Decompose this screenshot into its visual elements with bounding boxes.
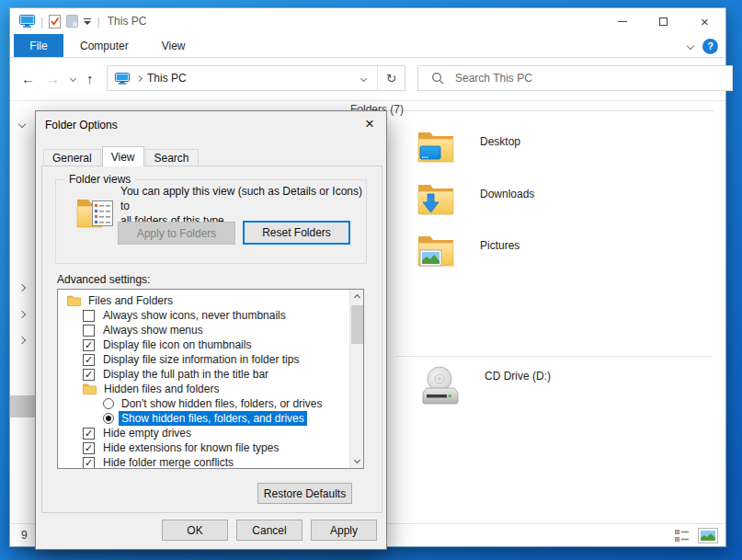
checkbox[interactable]: ✓	[83, 428, 95, 440]
tab-file[interactable]: File	[14, 34, 63, 57]
checkbox[interactable]	[83, 310, 95, 322]
advanced-setting-row[interactable]: Don't show hidden files, folders, or dri…	[58, 396, 349, 411]
address-dropdown-icon[interactable]	[351, 66, 375, 90]
checkbox[interactable]: ✓	[83, 339, 95, 351]
dialog-close-button[interactable]: ×	[357, 113, 382, 135]
tile-downloads[interactable]: Downloads	[417, 181, 647, 222]
tree-row-highlight	[10, 395, 36, 417]
tile-pictures[interactable]: Pictures	[417, 233, 647, 273]
address-bar[interactable]: This PC ↻	[107, 65, 405, 91]
close-button[interactable]: ×	[684, 8, 725, 34]
checkbox[interactable]	[83, 325, 95, 337]
advanced-setting-label[interactable]: Hide empty drives	[100, 426, 194, 440]
desktop-background: | | This PC × File	[0, 0, 742, 560]
checkbox[interactable]: ✓	[83, 354, 95, 366]
scroll-down-icon[interactable]	[350, 454, 364, 468]
separator: |	[97, 15, 99, 29]
view-tab-page: Folder views	[41, 166, 382, 513]
minimize-button[interactable]	[601, 8, 643, 34]
advanced-setting-label[interactable]: Display the full path in the title bar	[100, 367, 271, 382]
back-button[interactable]: ←	[21, 71, 35, 86]
advanced-setting-row[interactable]: ✓Display file size information in folder…	[58, 352, 349, 367]
search-placeholder: Search This PC	[455, 72, 532, 85]
tree-collapse-icon[interactable]	[18, 311, 26, 318]
close-icon: ×	[365, 115, 374, 133]
forward-button[interactable]: →	[46, 71, 60, 86]
checkbox[interactable]: ✓	[83, 442, 95, 454]
folder-views-icon	[76, 195, 115, 230]
customize-qat-arrow-icon[interactable]	[84, 18, 91, 25]
pictures-folder-icon	[417, 233, 647, 268]
this-pc-icon	[19, 15, 35, 28]
advanced-setting-row[interactable]: ✓Hide extensions for known file types	[58, 440, 349, 455]
tab-general[interactable]: General	[43, 149, 101, 166]
refresh-icon[interactable]: ↻	[377, 66, 405, 90]
tile-label: Pictures	[480, 239, 519, 252]
folder-icon	[83, 383, 97, 394]
this-pc-icon	[115, 73, 130, 85]
breadcrumb-separator-icon	[136, 74, 143, 81]
dialog-tab-strip: General View Search	[43, 146, 200, 166]
recent-locations-icon[interactable]	[70, 74, 76, 81]
thumbnail-view-button[interactable]	[698, 528, 718, 543]
tab-view[interactable]: View	[145, 34, 202, 57]
maximize-button[interactable]	[643, 8, 684, 34]
minimize-ribbon-icon[interactable]	[687, 42, 694, 50]
advanced-setting-row[interactable]: ✓Display file icon on thumbnails	[58, 337, 349, 352]
advanced-setting-row[interactable]: Hidden files and folders	[58, 382, 349, 396]
breadcrumb-location[interactable]: This PC	[147, 72, 187, 85]
apply-button[interactable]: Apply	[311, 520, 377, 541]
ok-button[interactable]: OK	[162, 520, 228, 541]
advanced-setting-row[interactable]: Always show icons, never thumbnails	[58, 308, 349, 323]
separator: |	[40, 15, 43, 29]
restore-defaults-button[interactable]: Restore Defaults	[257, 483, 352, 504]
properties-icon[interactable]	[49, 15, 61, 29]
tab-search[interactable]: Search	[145, 149, 199, 166]
advanced-setting-label[interactable]: Always show menus	[100, 323, 206, 337]
advanced-setting-label[interactable]: Files and Folders	[86, 293, 176, 308]
cancel-button[interactable]: Cancel	[236, 520, 303, 541]
advanced-settings-listbox[interactable]: Files and FoldersAlways show icons, neve…	[57, 289, 364, 469]
apply-to-folders-button[interactable]: Apply to Folders	[118, 222, 235, 245]
advanced-setting-row[interactable]: Files and Folders	[58, 293, 349, 308]
title-bar: | | This PC ×	[10, 8, 725, 34]
tab-view[interactable]: View	[102, 146, 144, 166]
tab-computer[interactable]: Computer	[63, 34, 145, 57]
advanced-setting-row[interactable]: ✓Hide empty drives	[58, 426, 349, 440]
new-folder-icon[interactable]	[66, 15, 78, 28]
checkbox[interactable]: ✓	[83, 369, 95, 381]
folder-icon	[67, 295, 81, 306]
advanced-setting-row[interactable]: Always show menus	[58, 323, 349, 337]
reset-folders-button[interactable]: Reset Folders	[243, 221, 350, 245]
radio-button[interactable]	[103, 413, 114, 424]
advanced-setting-label[interactable]: Display file icon on thumbnails	[100, 337, 254, 352]
maximize-icon	[659, 17, 668, 26]
advanced-setting-label[interactable]: Always show icons, never thumbnails	[100, 308, 289, 323]
advanced-setting-label[interactable]: Don't show hidden files, folders, or dri…	[119, 396, 325, 411]
advanced-setting-row[interactable]: ✓Hide folder merge conflicts	[58, 455, 349, 469]
tree-collapse-icon[interactable]	[18, 337, 26, 344]
up-button[interactable]: ↑	[86, 71, 94, 86]
help-icon[interactable]: ?	[702, 39, 718, 54]
tree-expanded-icon[interactable]	[18, 120, 26, 128]
advanced-setting-label[interactable]: Hide extensions for known file types	[100, 440, 281, 455]
tile-desktop[interactable]: Desktop	[417, 129, 647, 169]
tree-collapse-icon[interactable]	[18, 284, 26, 291]
search-box[interactable]: Search This PC	[417, 65, 733, 91]
advanced-setting-label[interactable]: Hidden files and folders	[101, 382, 222, 396]
radio-button[interactable]	[103, 398, 114, 409]
tile-label: Downloads	[480, 188, 534, 200]
advanced-setting-row[interactable]: Show hidden files, folders, and drives	[58, 411, 349, 426]
scrollbar-thumb[interactable]	[351, 305, 363, 344]
checkbox[interactable]: ✓	[83, 457, 95, 469]
advanced-setting-label[interactable]: Show hidden files, folders, and drives	[119, 411, 307, 426]
dialog-title-bar: Folder Options ×	[36, 111, 386, 139]
navigation-toolbar: ← → ↑ This PC ↻ Search This PC	[10, 58, 725, 101]
tile-cd-drive[interactable]: CD Drive (D:)	[420, 366, 650, 406]
details-view-button[interactable]	[672, 528, 692, 543]
scroll-up-icon[interactable]	[350, 290, 364, 303]
advanced-setting-label[interactable]: Display file size information in folder …	[100, 352, 302, 367]
advanced-setting-label[interactable]: Hide folder merge conflicts	[100, 455, 236, 469]
advanced-setting-row[interactable]: ✓Display the full path in the title bar	[58, 367, 349, 382]
listbox-scrollbar[interactable]	[349, 290, 363, 468]
